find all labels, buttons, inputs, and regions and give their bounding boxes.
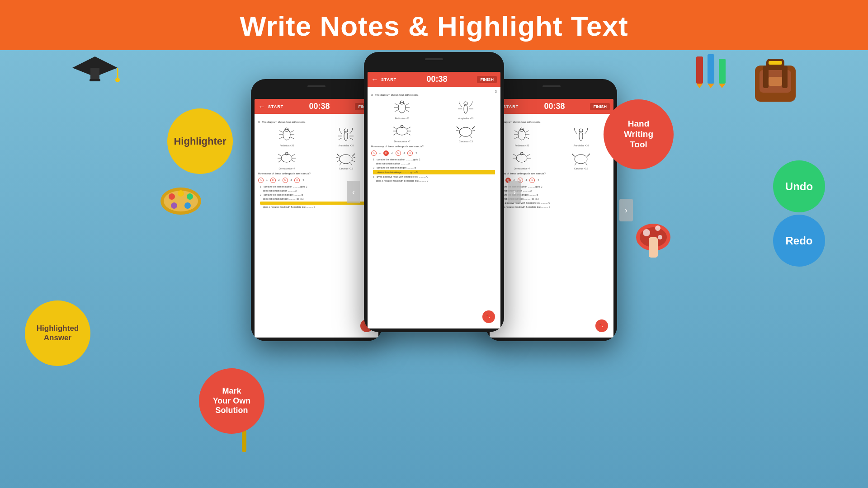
bug-pediculus-center: Pediculus ×20 xyxy=(371,99,433,120)
finish-button-center[interactable]: FINISH xyxy=(477,76,497,83)
nav-left-center-phone[interactable]: ‹ xyxy=(347,181,360,203)
start-label-left: START xyxy=(268,104,283,109)
finish-button-right[interactable]: FINISH xyxy=(590,103,610,110)
svg-line-72 xyxy=(406,110,409,112)
callout-highlighted-answer: Highlighted Answer xyxy=(25,300,90,366)
svg-line-52 xyxy=(278,160,281,162)
svg-line-106 xyxy=(527,154,530,156)
bug-label-dermacentor-center: Dermacentor ×7 xyxy=(371,140,433,143)
svg-line-46 xyxy=(339,138,342,140)
answer-d-left[interactable]: D xyxy=(294,178,300,183)
svg-point-49 xyxy=(285,152,288,155)
svg-line-61 xyxy=(337,160,340,162)
svg-line-110 xyxy=(587,154,590,156)
flow-item-c6: gives a negative result with Benedict's … xyxy=(373,179,495,183)
phone-frame-right: ← START 00:38 FINISH 3 3 The diagram sho… xyxy=(486,79,617,341)
svg-point-102 xyxy=(516,154,527,162)
answer-d-right[interactable]: D xyxy=(529,178,535,183)
phone-topbar-center: ← START 00:38 FINISH xyxy=(368,72,500,87)
callout-mark-own-text: Mark Your Own Solution xyxy=(213,386,251,416)
bug-label-pediculus-center: Pediculus ×20 xyxy=(371,117,433,120)
answer-c-center[interactable]: C xyxy=(396,150,401,156)
answers-question-right: How many of these arthropods are insects… xyxy=(493,172,610,176)
callout-undo-text: Undo xyxy=(785,180,813,193)
callout-redo: Redo xyxy=(773,215,825,267)
flow-item-c3: 2 contains the element nitrogen ........… xyxy=(373,166,495,169)
timer-center: 00:38 xyxy=(399,75,474,84)
svg-line-67 xyxy=(395,103,398,105)
answer-a-center[interactable]: A xyxy=(371,150,377,156)
phone-speaker-center xyxy=(425,58,443,60)
svg-line-59 xyxy=(336,157,340,158)
phone-speaker-left xyxy=(307,85,326,87)
answers-question-center: How many of these arthropods are insects… xyxy=(371,145,497,149)
answer-c-left[interactable]: C xyxy=(283,178,288,183)
flow-item-c2: does not contain carbon ........... A xyxy=(373,162,495,165)
callout-redo-text: Redo xyxy=(786,235,813,247)
timer-right: 00:38 xyxy=(521,102,587,111)
svg-point-85 xyxy=(459,127,472,136)
bug-pediculus-left: Pediculus ×20 xyxy=(258,126,316,147)
nav-right-center-phone[interactable]: › xyxy=(508,181,521,203)
bug-label-anopheles-right: Anopheles ×10 xyxy=(552,144,610,147)
question-text-center: 3 The diagram shows four arthropods. xyxy=(371,94,497,97)
bug-dermacentor-left: Dermacentor ×7 xyxy=(258,149,316,170)
callout-highlighter: Highlighter xyxy=(167,108,233,174)
question-number-center: 3 xyxy=(371,89,497,94)
answer-row-center: A1 B2 C3 D4 xyxy=(371,150,497,156)
decoration-mushroom xyxy=(633,217,674,262)
svg-point-9 xyxy=(187,193,193,200)
answer-b-center[interactable]: B xyxy=(383,150,389,156)
callout-undo: Undo xyxy=(773,160,825,212)
bug-carcinus-right: Carcinus ×0.5 xyxy=(552,149,610,170)
bookmark-right[interactable]: 🔖 xyxy=(595,319,608,332)
svg-line-62 xyxy=(352,160,355,162)
answer-a-left[interactable]: A xyxy=(258,178,264,183)
back-button-center[interactable]: ← xyxy=(371,75,378,84)
svg-point-77 xyxy=(396,127,407,135)
answers-question-left: How many of these arthropods are insects… xyxy=(258,172,375,176)
bookmark-center[interactable]: 🔖 xyxy=(482,310,495,323)
svg-point-65 xyxy=(398,102,406,113)
svg-point-78 xyxy=(401,125,403,128)
svg-point-73 xyxy=(464,104,467,113)
bugs-grid-right: Pediculus ×20 Anopheles ×10 xyxy=(493,126,610,170)
svg-line-39 xyxy=(290,131,294,132)
svg-point-18 xyxy=(643,229,650,236)
svg-point-7 xyxy=(169,193,175,200)
callout-highlighter-text: Highlighter xyxy=(174,136,226,147)
svg-line-41 xyxy=(290,137,294,139)
svg-line-87 xyxy=(472,127,475,129)
svg-point-108 xyxy=(575,155,587,164)
svg-point-19 xyxy=(655,225,660,231)
svg-line-111 xyxy=(575,163,576,165)
phone-right: ← START 00:38 FINISH 3 3 The diagram sho… xyxy=(486,79,617,341)
svg-line-60 xyxy=(352,157,355,158)
svg-line-55 xyxy=(292,160,295,162)
svg-point-101 xyxy=(579,129,583,132)
svg-line-99 xyxy=(525,137,529,139)
question-text-right: 3 The diagram shows four arthropods. xyxy=(493,121,610,124)
answer-b-left[interactable]: B xyxy=(270,178,276,183)
header: Write Notes & Highlight Text xyxy=(0,0,868,50)
answer-options-center: How many of these arthropods are insects… xyxy=(371,145,497,156)
question-text-left: 3 The diagram shows four arthropods. xyxy=(258,121,375,124)
svg-point-74 xyxy=(464,102,467,105)
bug-label-carcinus-right: Carcinus ×0.5 xyxy=(552,167,610,170)
svg-line-69 xyxy=(395,110,398,112)
svg-point-92 xyxy=(518,129,525,140)
bugs-grid-left: Pediculus ×20 xyxy=(258,126,375,170)
answer-d-center[interactable]: D xyxy=(407,150,413,156)
svg-line-38 xyxy=(279,137,283,139)
svg-line-97 xyxy=(525,131,529,132)
phone-speaker-right xyxy=(542,85,561,87)
timer-left: 00:38 xyxy=(286,102,352,111)
phone-frame-left: ← START 00:38 FINISH 3 3 The diagram sho… xyxy=(251,79,382,341)
flow-item-6: gives a negative result with Benedict's … xyxy=(260,205,373,209)
svg-line-53 xyxy=(292,154,295,156)
nav-right-right-phone[interactable]: › xyxy=(619,199,633,221)
bug-label-dermacentor-left: Dermacentor ×7 xyxy=(258,167,316,170)
phone-topbar-left: ← START 00:38 FINISH xyxy=(255,99,378,114)
flow-item-r6: gives a negative result with Benedict's … xyxy=(495,205,608,209)
back-button-left[interactable]: ← xyxy=(258,103,265,111)
